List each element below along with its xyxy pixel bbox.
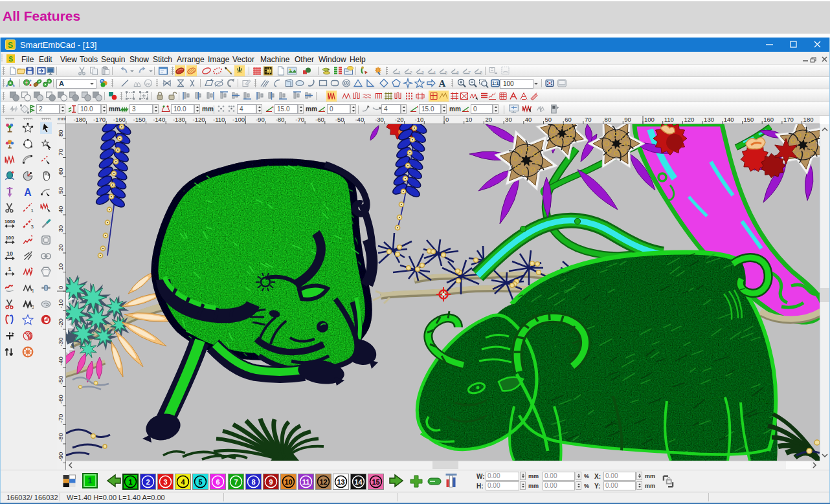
svg-text:10: 10 [6,250,13,257]
svg-text:S: S [8,56,13,63]
svg-text:1: 1 [32,288,34,294]
svg-text:8: 8 [480,71,482,75]
svg-text:6: 6 [456,71,459,75]
svg-text:A: A [24,187,31,198]
svg-text:-110: -110 [213,116,225,123]
svg-text:A: A [439,78,446,89]
svg-text:60: 60 [565,116,572,123]
svg-text:110: 110 [664,116,674,123]
svg-text:1000: 1000 [5,219,15,225]
svg-text:-130: -130 [173,116,185,123]
svg-text:3: 3 [163,478,167,486]
svg-text:1: 1 [128,478,132,486]
svg-text:-40: -40 [57,356,64,366]
svg-text:80: 80 [57,129,64,137]
svg-text:8: 8 [251,478,255,486]
svg-text:50: 50 [57,187,64,194]
svg-text:-40: -40 [355,116,364,123]
svg-text:4: 4 [433,71,436,75]
svg-text:50: 50 [545,116,552,123]
svg-text:-30: -30 [375,116,384,123]
svg-text:160: 160 [763,116,774,123]
svg-text:-50: -50 [335,116,344,123]
svg-text:20: 20 [57,244,64,251]
svg-text:14: 14 [354,478,363,486]
svg-text:-10: -10 [415,116,424,123]
svg-text:-70: -70 [295,116,304,123]
svg-text:-150: -150 [133,116,145,123]
svg-text:12: 12 [319,478,327,486]
svg-text:-30: -30 [57,338,64,347]
svg-text:-100: -100 [232,116,245,123]
svg-text:1: 1 [398,71,401,75]
svg-text:100: 100 [644,116,655,123]
svg-text:40: 40 [57,206,64,213]
svg-text:20: 20 [485,116,492,123]
svg-text:2: 2 [410,71,412,75]
svg-text:-70: -70 [57,414,64,423]
svg-text:4: 4 [181,478,185,486]
svg-text:10: 10 [57,263,64,270]
svg-text:90: 90 [624,116,631,123]
svg-text:120: 120 [684,116,694,123]
svg-text:140: 140 [724,116,734,123]
svg-text:60: 60 [57,168,64,175]
svg-text:3: 3 [421,71,424,75]
svg-text:7: 7 [234,478,238,486]
svg-text:S: S [8,41,13,50]
svg-text:-20: -20 [57,318,64,327]
svg-text:0: 0 [57,286,64,289]
svg-text:10: 10 [465,116,473,123]
svg-text:5: 5 [198,478,202,486]
svg-text:0: 0 [445,116,449,123]
svg-text:-120: -120 [193,116,205,123]
svg-text:7: 7 [468,71,471,75]
svg-text:3: 3 [31,224,34,230]
svg-text:2: 2 [146,478,150,486]
svg-text:150: 150 [744,116,754,123]
svg-text:15: 15 [372,478,379,486]
svg-text:-20: -20 [395,116,404,123]
svg-text:-180: -180 [73,116,85,123]
svg-text:170: 170 [783,116,794,123]
svg-text:40: 40 [525,116,532,123]
svg-text:9: 9 [269,478,273,486]
svg-text:1: 1 [8,266,11,272]
svg-text:130: 130 [704,116,714,123]
svg-text:100: 100 [5,235,14,241]
svg-text:1:1: 1:1 [492,81,499,85]
svg-text:-90: -90 [57,452,64,461]
svg-text:-90: -90 [256,116,265,123]
svg-text:-60: -60 [57,395,64,404]
svg-text:30: 30 [57,225,64,232]
svg-text:1: 1 [31,208,34,214]
svg-text:-10: -10 [57,300,64,309]
svg-text:13: 13 [337,478,344,486]
svg-text:-140: -140 [153,116,165,123]
svg-text:10: 10 [284,478,292,486]
svg-text:-160: -160 [113,116,126,123]
svg-text:70: 70 [57,149,64,156]
svg-text:180: 180 [803,116,814,123]
svg-text:3: 3 [32,304,34,310]
svg-text:80: 80 [605,116,612,123]
svg-text:-50: -50 [57,376,64,385]
svg-text:6: 6 [216,478,219,486]
svg-text:11: 11 [302,478,310,486]
svg-text:70: 70 [585,116,592,123]
svg-text:30: 30 [505,116,512,123]
svg-text:-80: -80 [276,116,285,123]
svg-text:-60: -60 [315,116,324,123]
svg-text:5: 5 [445,71,447,75]
svg-text:-170: -170 [93,116,106,123]
svg-text:-80: -80 [57,433,64,442]
